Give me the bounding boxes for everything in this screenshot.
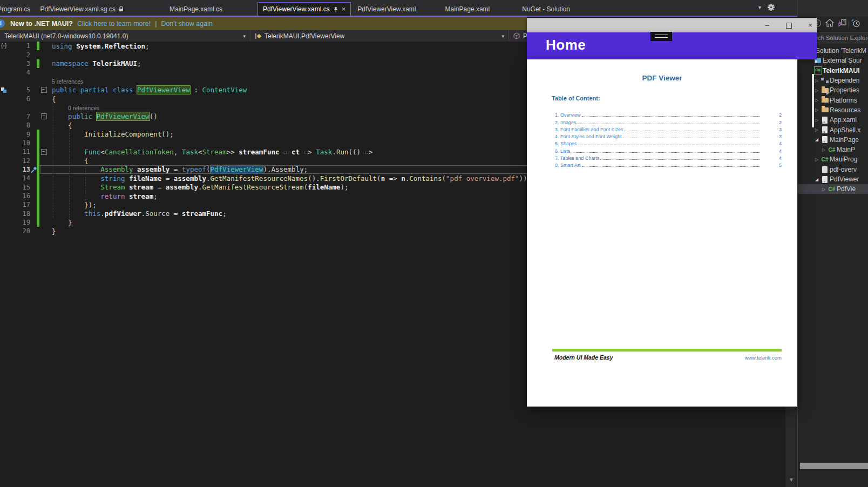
type-dropdown[interactable]: TelerikMAUI.PdfViewerView ▾: [250, 30, 509, 42]
scrollbar-down-arrow-icon[interactable]: ▼: [785, 477, 797, 483]
footer-telerik-link[interactable]: www.telerik.com: [744, 355, 782, 361]
toc-leader-dots: [572, 152, 760, 153]
expand-arrow-icon[interactable]: ▷: [813, 118, 820, 123]
tree-item-app-xaml[interactable]: ▷App.xaml: [798, 115, 868, 125]
change-tracking-bar: [37, 139, 39, 147]
tree-item-label: Solution 'TelerikM: [816, 47, 866, 55]
tree-item-telerikmaui[interactable]: C#TelerikMAUI: [798, 66, 868, 76]
expand-arrow-icon[interactable]: ▷: [813, 157, 820, 162]
toc-row[interactable]: 2. Images2: [555, 118, 782, 125]
switch-views-icon[interactable]: [837, 19, 846, 27]
tree-item-resources[interactable]: ▷Resources: [798, 105, 868, 115]
line-number: 8: [12, 121, 30, 129]
quick-actions-screwdriver-icon[interactable]: [30, 166, 37, 173]
xaml-file-icon: [822, 126, 828, 133]
tree-item-label: External Sour: [823, 57, 862, 64]
toc-row[interactable]: 3. Font Families and Font Sizes3: [555, 125, 782, 132]
tree-item-pdf-overv[interactable]: pdf-overv: [798, 165, 868, 174]
editor-tab[interactable]: PdfViewerView.xaml.sg.cs: [35, 2, 128, 16]
tree-item-mauiprog[interactable]: ▷C#MauiProg: [798, 154, 868, 164]
pin-icon[interactable]: [333, 6, 338, 12]
learn-more-link[interactable]: Click here to learn more!: [77, 20, 151, 28]
change-tracking-bar: [37, 174, 39, 182]
tree-item-appshell-x[interactable]: ▷AppShell.x: [798, 125, 868, 134]
toc-page-number: 3: [774, 127, 782, 132]
line-number: 6: [12, 95, 30, 103]
inheritance-margin-icon[interactable]: [1, 87, 7, 93]
toc-page-number: 3: [774, 134, 782, 139]
expand-arrow-icon[interactable]: ▷: [813, 127, 820, 132]
document-tab-bar: auiProgram.csPdfViewerView.xaml.sg.csMai…: [0, 0, 868, 17]
toc-row[interactable]: 8. Smart Art5: [555, 161, 782, 168]
close-button[interactable]: ×: [804, 20, 816, 31]
properties-folder-icon: [822, 88, 829, 93]
toc-page-number: 4: [774, 148, 782, 154]
dismiss-link[interactable]: Don't show again: [161, 20, 213, 28]
fold-toggle[interactable]: −: [41, 113, 47, 119]
window-titlebar[interactable]: – ×: [527, 17, 817, 32]
tree-item-label: PdfViewer: [830, 175, 859, 183]
codelens-references[interactable]: 0 references: [68, 105, 99, 111]
line-number: 2: [12, 51, 30, 59]
expand-arrow-icon[interactable]: ◢: [813, 177, 820, 182]
tree-item-properties[interactable]: ▷Properties: [798, 85, 868, 95]
pdf-viewer-app-window: – × Home PDF Viewer Table of Content: 1.…: [527, 17, 817, 407]
editor-tab[interactable]: MainPage.xaml: [440, 2, 495, 16]
toc-row[interactable]: 6. Lists4: [555, 146, 782, 153]
tree-item-platforms[interactable]: ▷Platforms: [798, 95, 868, 105]
editor-tab[interactable]: NuGet - Solution: [517, 2, 575, 16]
document-outline-margin-icon[interactable]: {▫}: [1, 43, 6, 49]
change-tracking-bar: [37, 218, 39, 227]
home-icon[interactable]: [825, 19, 834, 27]
toc-row[interactable]: 4. Font Styles and Font Weight3: [555, 132, 782, 139]
editor-tab[interactable]: PdfViewerView.xaml: [352, 2, 421, 16]
tree-item-dependen[interactable]: ▷Dependen: [798, 76, 868, 85]
toc-row[interactable]: 7. Tables and Charts4: [555, 154, 782, 161]
xaml-file-icon: [822, 136, 828, 143]
toc-leader-dots: [582, 166, 760, 167]
line-number: 3: [12, 60, 30, 67]
pending-changes-filter-icon[interactable]: [851, 19, 860, 28]
chevron-down-icon: ▾: [501, 33, 504, 39]
panel-horizontal-scrollbar[interactable]: [800, 463, 868, 469]
toc-row[interactable]: 5. Shapes4: [555, 139, 782, 146]
line-number: 20: [12, 227, 30, 235]
editor-tab[interactable]: PdfViewerView.xaml.cs×: [257, 2, 351, 16]
tab-settings-gear-icon[interactable]: [768, 4, 775, 11]
maximize-button[interactable]: [783, 20, 795, 31]
tree-item-label: Properties: [830, 86, 859, 94]
line-number: 5: [12, 86, 30, 94]
expand-arrow-icon[interactable]: ◢: [813, 137, 820, 142]
dependencies-icon: [821, 78, 829, 83]
tree-item-mainp[interactable]: ▷C#MainP: [798, 145, 868, 154]
tree-item-pdfviewer[interactable]: ◢PdfViewer: [798, 174, 868, 184]
expand-arrow-icon[interactable]: ▷: [813, 107, 820, 112]
codelens-references[interactable]: 5 references: [52, 78, 83, 85]
banner-menu-handle[interactable]: [650, 32, 672, 41]
tree-item-mainpage[interactable]: ◢MainPage: [798, 135, 868, 145]
expand-arrow-icon[interactable]: ▷: [820, 187, 827, 192]
fold-toggle[interactable]: −: [41, 149, 47, 155]
infobar-separator: |: [155, 20, 157, 28]
line-number: 7: [12, 113, 30, 120]
tree-item-pdfvie[interactable]: ▷C#PdfVie: [798, 184, 868, 194]
tab-close-icon[interactable]: ×: [342, 6, 346, 12]
expand-arrow-icon[interactable]: ▷: [813, 88, 820, 93]
tree-item-label: MauiProg: [830, 155, 857, 163]
tab-overflow-chevron-icon[interactable]: ▾: [758, 4, 761, 10]
editor-tab[interactable]: MainPage.xaml.cs: [165, 2, 227, 16]
panel-scrollbar-thumb[interactable]: [812, 74, 814, 127]
toc-row[interactable]: 1. Overview2: [555, 111, 782, 118]
editor-tab[interactable]: auiProgram.cs: [0, 2, 35, 16]
xaml-file-icon: [822, 176, 828, 183]
expand-arrow-icon[interactable]: ▷: [820, 147, 827, 152]
minimize-button[interactable]: –: [761, 20, 773, 31]
change-tracking-bar: [37, 147, 39, 156]
pdf-page[interactable]: PDF Viewer Table of Content: 1. Overview…: [527, 59, 797, 407]
expand-arrow-icon[interactable]: ▷: [813, 98, 820, 103]
expand-arrow-icon[interactable]: ▷: [813, 78, 820, 83]
fold-toggle[interactable]: −: [41, 87, 47, 93]
line-number: 13: [12, 166, 30, 173]
project-dropdown[interactable]: TelerikMAUI (net7.0-windows10.0.19041.0)…: [0, 30, 250, 42]
toc-page-number: 2: [774, 120, 782, 125]
